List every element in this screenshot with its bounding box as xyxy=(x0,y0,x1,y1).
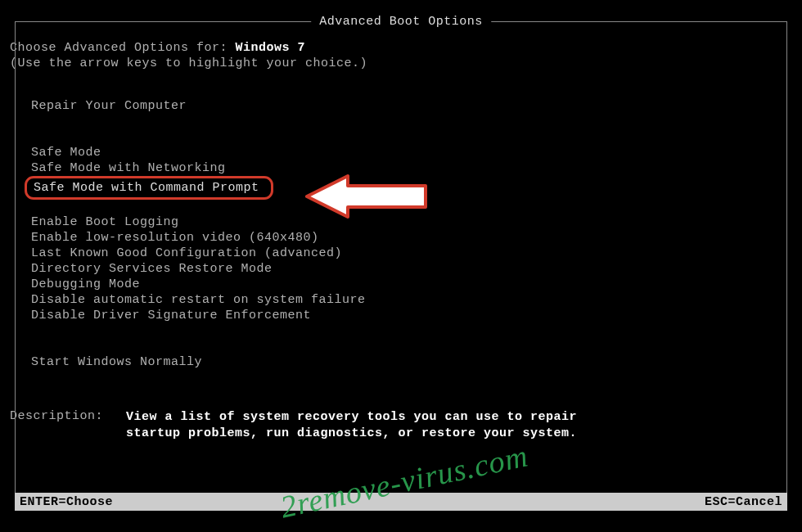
status-enter: ENTER=Choose xyxy=(20,495,113,509)
status-bar: ENTER=Choose ESC=Cancel xyxy=(15,493,787,511)
screen-frame xyxy=(15,21,787,511)
status-esc: ESC=Cancel xyxy=(705,495,782,509)
page-title: Advanced Boot Options xyxy=(311,15,491,29)
